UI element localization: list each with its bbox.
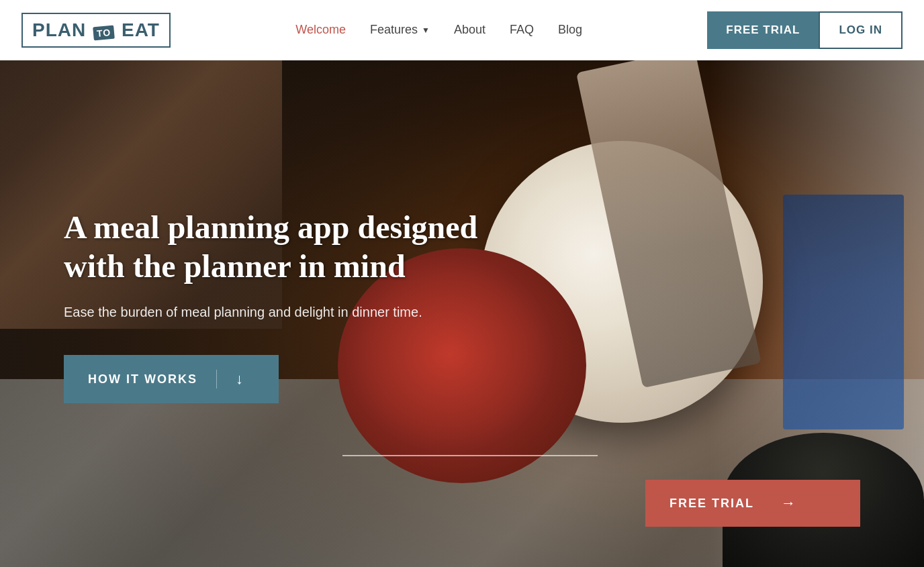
chevron-down-icon: ▼	[422, 25, 430, 35]
how-it-works-button[interactable]: HOW IT WORKS ↓	[64, 355, 279, 403]
hero-section: A meal planning app designed with the pl…	[0, 60, 924, 567]
arrow-right-icon: →	[781, 495, 797, 512]
header-login-button[interactable]: LOG IN	[819, 11, 903, 49]
logo-eat: EAT	[122, 19, 160, 40]
hero-action-buttons: HOW IT WORKS ↓	[64, 355, 494, 403]
header: PLAN to EAT Welcome Features ▼ About FAQ…	[0, 0, 924, 60]
nav-welcome[interactable]: Welcome	[295, 23, 346, 37]
hero-title: A meal planning app designed with the pl…	[64, 208, 494, 285]
logo-to: to	[93, 25, 115, 40]
button-divider	[216, 370, 217, 389]
arrow-down-icon: ↓	[236, 370, 244, 388]
hero-subtitle: Ease the burden of meal planning and del…	[64, 301, 494, 323]
logo[interactable]: PLAN to EAT	[21, 13, 171, 48]
nav-about[interactable]: About	[454, 23, 486, 37]
nav-faq[interactable]: FAQ	[510, 23, 534, 37]
header-action-buttons: FREE TRIAL LOG IN	[707, 11, 903, 49]
hero-content: A meal planning app designed with the pl…	[64, 208, 494, 403]
navigation: Welcome Features ▼ About FAQ Blog	[295, 23, 582, 37]
hero-bg-jeans	[783, 195, 904, 429]
how-it-works-label: HOW IT WORKS	[88, 372, 197, 386]
logo-plan: PLAN	[32, 19, 86, 40]
hero-free-trial-button[interactable]: FREE TRIAL →	[645, 480, 860, 527]
nav-blog[interactable]: Blog	[558, 23, 582, 37]
header-free-trial-button[interactable]: FREE TRIAL	[707, 11, 819, 49]
logo-text: PLAN to EAT	[32, 19, 160, 41]
hero-free-trial-label: FREE TRIAL	[669, 497, 754, 511]
hero-separator-line	[342, 455, 598, 456]
nav-features[interactable]: Features ▼	[370, 23, 430, 37]
